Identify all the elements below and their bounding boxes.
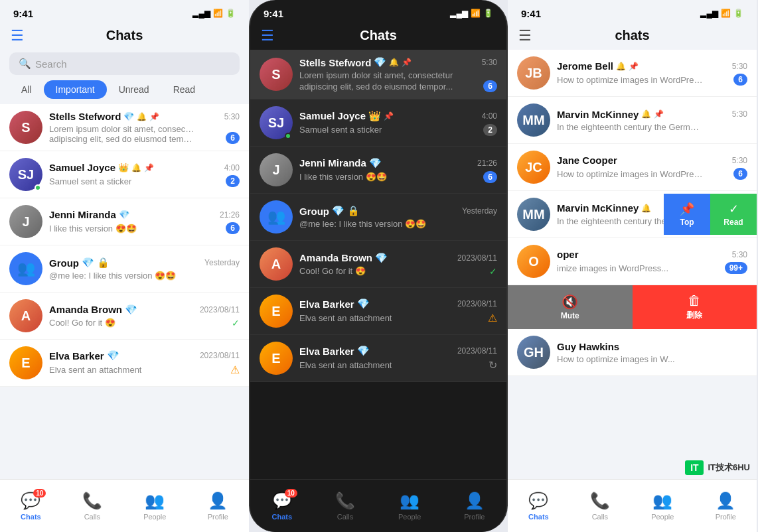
search-placeholder-1: Search bbox=[35, 58, 67, 70]
avatar-guy-3: GH bbox=[517, 336, 550, 369]
top-button[interactable]: 📌 Top bbox=[664, 194, 710, 235]
menu-icon-1[interactable]: ☰ bbox=[11, 27, 24, 44]
chat-name-marvin1-3: Marvin McKinney 🔔📌 bbox=[557, 109, 664, 120]
filter-unread[interactable]: Unread bbox=[107, 80, 161, 99]
chat-item-group-2[interactable]: 👥 Group 💎🔒 Yesterday @me lee: I like thi… bbox=[250, 194, 506, 241]
nav-label-chats-2: Chats bbox=[271, 513, 292, 521]
chat-item-oper-3[interactable]: O oper 5:30 imize images in WordPress...… bbox=[508, 238, 757, 285]
chat-name-samuel-1: Samuel Joyce 👑🔔📌 bbox=[49, 162, 154, 173]
chat-item-jerome-3[interactable]: JB Jerome Bell 🔔📌 5:30 How to optimize i… bbox=[508, 50, 757, 97]
wifi-icon-2: 📶 bbox=[471, 9, 481, 18]
chat-item-group-1[interactable]: 👥 Group 💎🔒 Yesterday @me lee: I like thi… bbox=[0, 245, 249, 293]
chat-item-elva-1[interactable]: E Elva Barker 💎 2023/08/11 Elva sent an … bbox=[0, 340, 249, 387]
nav-label-people-1: People bbox=[143, 513, 166, 521]
bottom-nav-3: 💬 Chats 📞 Calls 👥 People 👤 Profile bbox=[508, 479, 757, 532]
chat-item-guy-3[interactable]: GH Guy Hawkins How to optimize images in… bbox=[508, 329, 757, 376]
delete-button[interactable]: 🗑 删除 bbox=[633, 285, 757, 329]
badge-oper-3: 99+ bbox=[725, 262, 747, 274]
read-label: Read bbox=[723, 218, 743, 227]
chat-item-stells-2[interactable]: S Stells Stefword 💎🔔📌 5:30 Lorem ipsum d… bbox=[250, 50, 506, 100]
nav-chats-2[interactable]: 💬 10 Chats bbox=[271, 492, 292, 521]
phone2-dark: 9:41 ▂▄▆ 📶 🔋 ☰ Chats S Stells Stefword 💎… bbox=[249, 0, 508, 532]
nav-label-people-2: People bbox=[398, 513, 421, 521]
chat-preview-guy-3: How to optimize images in W... bbox=[557, 354, 703, 364]
signal-icon-2: ▂▄▆ bbox=[450, 9, 468, 18]
chat-name-oper-3: oper bbox=[557, 249, 579, 260]
nav-label-calls-1: Calls bbox=[84, 513, 100, 521]
battery-icon: 🔋 bbox=[226, 9, 236, 18]
chat-name-jane-3: Jane Cooper bbox=[557, 155, 617, 166]
watermark-text: IT技术6HU bbox=[708, 462, 750, 474]
menu-icon-2[interactable]: ☰ bbox=[261, 27, 274, 44]
nav-people-3[interactable]: 👥 People bbox=[651, 492, 674, 521]
chat-item-stells-1[interactable]: S Stells Stefword 💎🔔📌 5:30 Lorem ipsum d… bbox=[0, 104, 249, 151]
header-title-2: Chats bbox=[360, 28, 397, 43]
avatar-stells-2: S bbox=[260, 58, 293, 91]
avatar-oper-3: O bbox=[517, 245, 550, 278]
notif-m1: 🔔 bbox=[641, 109, 651, 119]
chat-time-samuel-2: 4:00 bbox=[482, 111, 497, 121]
profile-icon-3: 👤 bbox=[716, 492, 735, 510]
chat-content-amanda-1: Amanda Brown 💎 2023/08/11 Cool! Go for i… bbox=[49, 304, 240, 328]
chat-preview-jenni-2: I like this version 😍🤩 bbox=[299, 172, 387, 182]
filter-important[interactable]: Important bbox=[44, 80, 107, 99]
chat-item-marvin1-3[interactable]: MM Marvin McKinney 🔔📌 5:30 In the eighte… bbox=[508, 97, 757, 144]
avatar-jane-3: JC bbox=[517, 151, 550, 184]
filter-all[interactable]: All bbox=[9, 80, 44, 99]
chat-content-samuel-1: Samuel Joyce 👑🔔📌 4:00 Samuel sent a stic… bbox=[49, 162, 240, 187]
chat-content-guy-3: Guy Hawkins How to optimize images in W.… bbox=[557, 341, 747, 364]
avatar-jenni-1: J bbox=[9, 205, 42, 238]
chat-preview-elva1-2: Elva sent an attachment bbox=[299, 313, 392, 323]
nav-calls-1[interactable]: 📞 Calls bbox=[82, 492, 102, 521]
avatar-group-1: 👥 bbox=[9, 252, 42, 285]
chat-name-jenni-1: Jenni Miranda 💎 bbox=[49, 209, 129, 220]
nav-profile-2[interactable]: 👤 Profile bbox=[464, 492, 485, 521]
phone3-right: 9:41 ▂▄▆ 📶 🔋 ☰ chats JB Jerome Bell 🔔📌 5… bbox=[508, 0, 757, 532]
nav-profile-1[interactable]: 👤 Profile bbox=[208, 492, 228, 521]
avatar-group-2: 👥 bbox=[260, 200, 293, 233]
nav-calls-3[interactable]: 📞 Calls bbox=[590, 492, 610, 521]
chat-item-jenni-2[interactable]: J Jenni Miranda 💎 21:26 I like this vers… bbox=[250, 147, 506, 194]
nav-calls-2[interactable]: 📞 Calls bbox=[335, 492, 355, 521]
nav-chats-3[interactable]: 💬 Chats bbox=[528, 492, 549, 521]
chat-item-samuel-1[interactable]: SJ Samuel Joyce 👑🔔📌 4:00 Samuel sent a s… bbox=[0, 151, 249, 198]
avatar-amanda-2: A bbox=[260, 247, 293, 281]
status-icons-1: ▂▄▆ 📶 🔋 bbox=[192, 9, 236, 18]
chat-item-samuel-2[interactable]: SJ Samuel Joyce 👑📌 4:00 Samuel sent a st… bbox=[250, 100, 506, 147]
search-bar-1[interactable]: 🔍 Search bbox=[9, 52, 240, 75]
nav-label-profile-3: Profile bbox=[716, 513, 736, 521]
gem-icon-g: 💎 bbox=[82, 257, 94, 269]
lock-g2: 🔒 bbox=[347, 205, 360, 217]
menu-icon-3[interactable]: ☰ bbox=[518, 27, 532, 44]
nav-profile-3[interactable]: 👤 Profile bbox=[716, 492, 736, 521]
chat-item-elva2-2[interactable]: E Elva Barker 💎 2023/08/11 Elva sent an … bbox=[250, 335, 506, 382]
nav-people-1[interactable]: 👥 People bbox=[143, 492, 166, 521]
online-dot-samuel-1 bbox=[35, 184, 41, 191]
chat-item-amanda-2[interactable]: A Amanda Brown 💎 2023/08/11 Cool! Go for… bbox=[250, 241, 506, 288]
signal-icon: ▂▄▆ bbox=[192, 9, 210, 18]
gem-d: 💎 bbox=[374, 56, 386, 68]
chat-item-jane-3[interactable]: JC Jane Cooper 5:30 How to optimize imag… bbox=[508, 144, 757, 191]
chats-badge-2: 10 bbox=[285, 489, 297, 498]
nav-chats-1[interactable]: 💬 10 Chats bbox=[21, 492, 41, 521]
read-button[interactable]: ✓ Read bbox=[710, 194, 757, 235]
chat-item-amanda-1[interactable]: A Amanda Brown 💎 2023/08/11 Cool! Go for… bbox=[0, 293, 249, 340]
chat-item-elva1-2[interactable]: E Elva Barker 💎 2023/08/11 Elva sent an … bbox=[250, 288, 506, 335]
chat-time-oper-3: 5:30 bbox=[732, 250, 747, 259]
badge-jenni-2: 6 bbox=[483, 171, 497, 183]
online-dot-samuel-2 bbox=[285, 133, 291, 139]
header-title-3: chats bbox=[615, 28, 649, 43]
filter-read[interactable]: Read bbox=[161, 80, 207, 99]
mute-button[interactable]: 🔇 Mute bbox=[508, 285, 633, 329]
badge-samuel-1: 2 bbox=[226, 175, 240, 187]
chat-preview-group-1: @me lee: I like this version 😍🤩 bbox=[49, 271, 195, 281]
chat-preview-jane-3: How to optimize images in WordPress for.… bbox=[557, 169, 703, 179]
header-2: ☰ Chats bbox=[250, 24, 506, 50]
chat-preview-elva2-2: Elva sent an attachment bbox=[299, 360, 392, 370]
chats-icon-3: 💬 bbox=[528, 492, 548, 510]
swipe-action-row: 🔇 Mute 🗑 删除 📌 Top ✓ Read bbox=[508, 285, 757, 329]
nav-people-2[interactable]: 👥 People bbox=[398, 492, 421, 521]
badge-jerome-3: 6 bbox=[733, 74, 747, 86]
chat-item-jenni-1[interactable]: J Jenni Miranda 💎 21:26 I like this vers… bbox=[0, 198, 249, 245]
chat-time-amanda-1: 2023/08/11 bbox=[200, 305, 240, 314]
